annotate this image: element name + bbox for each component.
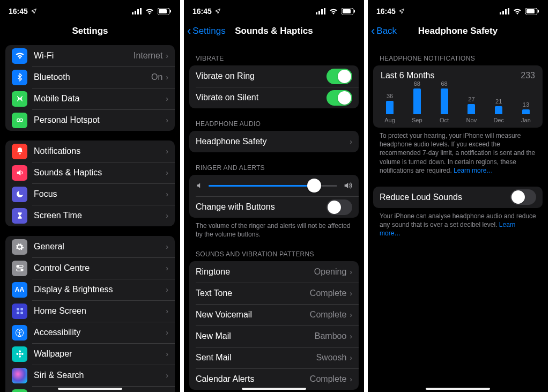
row-value: Complete — [310, 289, 346, 298]
calendar-row[interactable]: Calendar Alerts Complete › — [189, 368, 359, 390]
row-label: General — [34, 242, 166, 252]
section-patterns: SOUNDS AND VIBRATION PATTERNS — [196, 250, 352, 258]
svg-rect-39 — [526, 9, 535, 13]
chevron-right-icon: › — [166, 168, 168, 177]
home-indicator[interactable] — [58, 388, 122, 390]
change-with-buttons-toggle[interactable] — [327, 199, 352, 215]
row-label: Wi-Fi — [34, 51, 133, 61]
accessibility-row[interactable]: Accessibility › — [5, 322, 175, 343]
gear-icon — [12, 239, 27, 255]
row-label: Headphone Safety — [196, 137, 350, 146]
svg-point-8 — [17, 119, 19, 121]
back-label: Settings — [192, 26, 225, 36]
patterns-group: Ringtone Opening › Text Tone Complete › … — [189, 261, 359, 390]
change-with-buttons-row[interactable]: Change with Buttons — [189, 196, 359, 218]
notifications-row[interactable]: Notifications › — [5, 140, 175, 162]
display-row[interactable]: AA Display & Brightness › — [5, 279, 175, 300]
nav-bar: ‹ Settings Sounds & Haptics — [184, 19, 364, 43]
row-label: Vibrate on Silent — [196, 93, 327, 102]
screentime-row[interactable]: Screen Time › — [5, 205, 175, 226]
chevron-right-icon: › — [350, 137, 352, 146]
chart-bar: 27Nov — [462, 96, 480, 123]
siri-row[interactable]: Siri & Search › — [5, 365, 175, 386]
location-icon — [214, 8, 221, 14]
svg-rect-15 — [20, 308, 23, 310]
switches-icon — [12, 261, 27, 276]
svg-rect-17 — [20, 312, 23, 314]
hotspot-row[interactable]: Personal Hotspot › — [5, 109, 175, 131]
status-bar: 16:45 — [368, 0, 548, 19]
status-bar: 16:45 — [184, 0, 364, 19]
chevron-left-icon: ‹ — [187, 25, 191, 37]
headphone-safety-row[interactable]: Headphone Safety › — [189, 131, 359, 152]
ringtone-row[interactable]: Ringtone Opening › — [189, 261, 359, 283]
focus-row[interactable]: Focus › — [5, 183, 175, 205]
bell-icon — [12, 144, 27, 159]
row-label: Wallpaper — [34, 349, 166, 359]
svg-point-19 — [19, 330, 20, 331]
reduce-loud-sounds-toggle[interactable] — [510, 189, 536, 205]
row-label: Home Screen — [34, 306, 166, 316]
wifi-status-icon — [145, 8, 154, 14]
volume-slider-row[interactable] — [189, 175, 359, 196]
newmail-row[interactable]: New Mail Bamboo › — [189, 326, 359, 347]
chevron-right-icon: › — [166, 350, 168, 358]
svg-rect-36 — [505, 9, 507, 14]
connectivity-group: Wi-Fi Internet › Bluetooth On › Mobile D… — [5, 45, 175, 131]
svg-rect-6 — [170, 10, 171, 13]
vibrate-on-silent-row[interactable]: Vibrate on Silent — [189, 87, 359, 108]
learn-more-link[interactable]: Learn more… — [454, 167, 493, 174]
general-row[interactable]: General › — [5, 236, 175, 257]
vibrate-on-silent-toggle[interactable] — [327, 90, 352, 106]
notifications-chart[interactable]: Last 6 Months 233 36Aug68Sep68Oct27Nov21… — [373, 65, 543, 128]
chevron-right-icon: › — [166, 147, 168, 156]
row-label: Mobile Data — [34, 94, 166, 103]
text-size-icon: AA — [12, 282, 27, 298]
row-label: Screen Time — [34, 211, 166, 220]
row-label: Siri & Search — [34, 371, 166, 380]
wallpaper-row[interactable]: Wallpaper › — [5, 343, 175, 365]
texttone-row[interactable]: Text Tone Complete › — [189, 283, 359, 304]
mobile-data-row[interactable]: Mobile Data › — [5, 88, 175, 109]
chevron-left-icon: ‹ — [371, 25, 375, 37]
notifications-footer: To protect your hearing, your iPhone wil… — [380, 131, 536, 175]
row-value: Opening — [314, 267, 347, 277]
row-label: Display & Brightness — [34, 285, 166, 294]
status-bar: 16:45 — [0, 0, 180, 19]
home-indicator[interactable] — [426, 388, 490, 390]
wifi-status-icon — [329, 8, 338, 14]
chart-total: 233 — [521, 71, 535, 80]
svg-rect-2 — [137, 9, 139, 14]
home-indicator[interactable] — [242, 388, 306, 390]
vibrate-on-ring-toggle[interactable] — [327, 69, 352, 84]
svg-rect-29 — [321, 9, 323, 14]
row-value: Complete — [310, 310, 346, 320]
back-button[interactable]: ‹ Settings — [187, 25, 226, 37]
page-title: Sounds & Haptics — [235, 26, 313, 36]
control-centre-row[interactable]: Control Centre › — [5, 257, 175, 279]
row-label: Vibrate on Ring — [196, 71, 327, 81]
row-label: Notifications — [34, 146, 166, 156]
reduce-loud-sounds-row[interactable]: Reduce Loud Sounds — [373, 187, 543, 208]
voicemail-row[interactable]: New Voicemail Complete › — [189, 304, 359, 326]
location-icon — [31, 8, 37, 14]
volume-slider[interactable] — [209, 185, 337, 187]
svg-rect-27 — [316, 12, 317, 14]
home-screen-row[interactable]: Home Screen › — [5, 300, 175, 322]
back-label: Back — [376, 26, 397, 36]
notifications-group: Notifications › Sounds & Haptics › Focus… — [5, 140, 175, 226]
svg-point-21 — [19, 350, 21, 352]
location-icon — [398, 8, 405, 14]
back-button[interactable]: ‹ Back — [371, 25, 397, 37]
bluetooth-row[interactable]: Bluetooth On › — [5, 66, 175, 88]
sentmail-row[interactable]: Sent Mail Swoosh › — [189, 347, 359, 368]
wifi-row[interactable]: Wi-Fi Internet › — [5, 45, 175, 66]
svg-rect-14 — [17, 308, 19, 310]
svg-rect-34 — [500, 12, 501, 14]
sounds-row[interactable]: Sounds & Haptics › — [5, 162, 175, 183]
svg-rect-33 — [354, 10, 355, 13]
row-label: Sent Mail — [196, 353, 316, 363]
vibrate-on-ring-row[interactable]: Vibrate on Ring — [189, 65, 359, 87]
svg-rect-30 — [324, 8, 325, 14]
svg-rect-3 — [140, 8, 142, 14]
